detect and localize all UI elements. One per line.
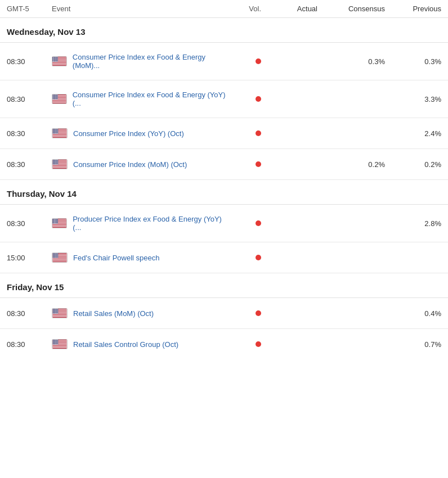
svg-rect-121 — [53, 135, 67, 136]
svg-rect-411 — [53, 346, 67, 346]
volatility-dot — [256, 161, 261, 167]
consensus-value: 0.3% — [317, 57, 385, 66]
flag-icon: ★★★★★★★★★★★★★★★★★★★★★★★★★★★★★★★★★★★★★★★★… — [52, 56, 67, 66]
previous-value: 0.3% — [385, 57, 441, 66]
volatility-dot — [256, 96, 261, 102]
svg-rect-63 — [52, 101, 66, 101]
event-info: ★★★★★★★★★★★★★★★★★★★★★★★★★★★★★★★★★★★★★★★★… — [52, 159, 227, 169]
event-info: ★★★★★★★★★★★★★★★★★★★★★★★★★★★★★★★★★★★★★★★★… — [52, 252, 227, 263]
svg-rect-178 — [53, 165, 67, 165]
vol-indicator — [227, 340, 261, 349]
flag-icon: ★★★★★★★★★★★★★★★★★★★★★★★★★★★★★★★★★★★★★★★★… — [52, 218, 67, 228]
svg-rect-410 — [53, 345, 67, 345]
svg-rect-5 — [52, 63, 66, 64]
flag-icon: ★★★★★★★★★★★★★★★★★★★★★★★★★★★★★★★★★★★★★★★★… — [52, 128, 68, 138]
vol-indicator — [227, 94, 261, 103]
table-row[interactable]: 08:30 ★★★★★★★★★★★★★★★★★★★★★★★★★★★★★★★★★★… — [0, 43, 448, 80]
previous-value: 2.8% — [385, 219, 441, 228]
event-time: 08:30 — [7, 309, 52, 318]
volatility-dot — [256, 341, 261, 347]
table-row[interactable]: 08:30 ★★★★★★★★★★★★★★★★★★★★★★★★★★★★★★★★★★… — [0, 205, 448, 242]
previous-value: 3.3% — [385, 95, 441, 103]
col-header-timezone: GMT-5 — [7, 4, 52, 13]
vol-indicator — [227, 309, 261, 318]
event-time: 08:30 — [7, 160, 52, 169]
svg-rect-120 — [53, 134, 67, 134]
volatility-dot — [256, 58, 261, 64]
table-header: GMT-5 Event Vol. Actual Consensus Previo… — [0, 0, 448, 18]
event-name[interactable]: Consumer Price Index ex Food & Energy (M… — [73, 53, 227, 70]
section-header-wed-nov-13: Wednesday, Nov 13 — [0, 18, 448, 42]
event-time: 15:00 — [7, 254, 52, 262]
svg-rect-179 — [53, 166, 67, 166]
event-name[interactable]: Consumer Price Index ex Food & Energy (Y… — [73, 91, 227, 107]
volatility-dot — [256, 130, 261, 136]
flag-icon: ★★★★★★★★★★★★★★★★★★★★★★★★★★★★★★★★★★★★★★★★… — [52, 308, 68, 318]
table-row[interactable]: 08:30 ★★★★★★★★★★★★★★★★★★★★★★★★★★★★★★★★★★… — [0, 149, 448, 180]
svg-rect-180 — [53, 168, 67, 168]
table-row[interactable]: 08:30 ★★★★★★★★★★★★★★★★★★★★★★★★★★★★★★★★★★… — [0, 329, 448, 359]
event-info: ★★★★★★★★★★★★★★★★★★★★★★★★★★★★★★★★★★★★★★★★… — [52, 339, 227, 349]
volatility-dot — [256, 220, 261, 226]
event-time: 08:30 — [7, 340, 52, 349]
table-row[interactable]: 08:30 ★★★★★★★★★★★★★★★★★★★★★★★★★★★★★★★★★★… — [0, 80, 448, 118]
svg-rect-4 — [52, 62, 66, 62]
svg-rect-238 — [52, 227, 66, 227]
event-name[interactable]: Consumer Price Index (YoY) (Oct) — [73, 129, 184, 138]
svg-rect-6 — [52, 65, 66, 65]
vol-indicator — [227, 57, 261, 66]
svg-rect-352 — [53, 314, 67, 314]
vol-indicator — [227, 129, 261, 138]
event-info: ★★★★★★★★★★★★★★★★★★★★★★★★★★★★★★★★★★★★★★★★… — [52, 128, 227, 138]
event-name[interactable]: Producer Price Index ex Food & Energy (Y… — [73, 215, 227, 232]
vol-indicator — [227, 160, 261, 169]
col-header-actual: Actual — [261, 4, 317, 13]
svg-rect-295 — [53, 259, 67, 260]
event-name[interactable]: Retail Sales (MoM) (Oct) — [73, 309, 154, 318]
previous-value: 0.2% — [385, 160, 441, 169]
col-header-consensus: Consensus — [317, 4, 385, 13]
table-row[interactable]: 08:30 ★★★★★★★★★★★★★★★★★★★★★★★★★★★★★★★★★★… — [0, 298, 448, 329]
previous-value: 0.4% — [385, 309, 441, 318]
event-info: ★★★★★★★★★★★★★★★★★★★★★★★★★★★★★★★★★★★★★★★★… — [52, 308, 227, 318]
svg-rect-354 — [53, 317, 67, 317]
calendar-body: Wednesday, Nov 1308:30 ★★★★★★★★★★★★★★★★★… — [0, 18, 448, 359]
volatility-dot — [256, 310, 261, 316]
event-info: ★★★★★★★★★★★★★★★★★★★★★★★★★★★★★★★★★★★★★★★★… — [52, 215, 227, 232]
section-header-thu-nov-14: Thursday, Nov 14 — [0, 180, 448, 204]
previous-value: 0.7% — [385, 340, 441, 349]
col-header-event: Event — [52, 4, 227, 13]
consensus-value: 0.2% — [317, 160, 385, 169]
svg-rect-62 — [52, 100, 66, 100]
svg-rect-64 — [52, 102, 66, 102]
event-time: 08:30 — [7, 95, 52, 103]
flag-icon: ★★★★★★★★★★★★★★★★★★★★★★★★★★★★★★★★★★★★★★★★… — [52, 159, 68, 169]
section-header-fri-nov-15: Friday, Nov 15 — [0, 273, 448, 297]
flag-icon: ★★★★★★★★★★★★★★★★★★★★★★★★★★★★★★★★★★★★★★★★… — [52, 339, 68, 349]
event-time: 08:30 — [7, 129, 52, 138]
event-name[interactable]: Fed's Chair Powell speech — [73, 254, 160, 262]
svg-rect-294 — [53, 258, 67, 259]
svg-rect-296 — [53, 261, 67, 261]
col-header-vol: Vol. — [227, 4, 261, 13]
col-header-previous: Previous — [385, 4, 441, 13]
svg-rect-236 — [52, 224, 66, 224]
vol-indicator — [227, 219, 261, 228]
event-time: 08:30 — [7, 57, 52, 66]
svg-rect-122 — [53, 137, 67, 137]
table-row[interactable]: 15:00 ★★★★★★★★★★★★★★★★★★★★★★★★★★★★★★★★★★… — [0, 242, 448, 273]
vol-indicator — [227, 253, 261, 262]
event-name[interactable]: Consumer Price Index (MoM) (Oct) — [73, 160, 187, 169]
event-info: ★★★★★★★★★★★★★★★★★★★★★★★★★★★★★★★★★★★★★★★★… — [52, 91, 227, 107]
previous-value: 2.4% — [385, 129, 441, 138]
event-name[interactable]: Retail Sales Control Group (Oct) — [73, 340, 178, 349]
event-time: 08:30 — [7, 219, 52, 228]
table-row[interactable]: 08:30 ★★★★★★★★★★★★★★★★★★★★★★★★★★★★★★★★★★… — [0, 118, 448, 149]
svg-rect-412 — [53, 348, 67, 348]
flag-icon: ★★★★★★★★★★★★★★★★★★★★★★★★★★★★★★★★★★★★★★★★… — [52, 252, 68, 263]
volatility-dot — [256, 255, 261, 260]
svg-rect-353 — [53, 315, 67, 315]
event-info: ★★★★★★★★★★★★★★★★★★★★★★★★★★★★★★★★★★★★★★★★… — [52, 53, 227, 70]
svg-rect-237 — [52, 225, 66, 226]
flag-icon: ★★★★★★★★★★★★★★★★★★★★★★★★★★★★★★★★★★★★★★★★… — [52, 94, 67, 104]
